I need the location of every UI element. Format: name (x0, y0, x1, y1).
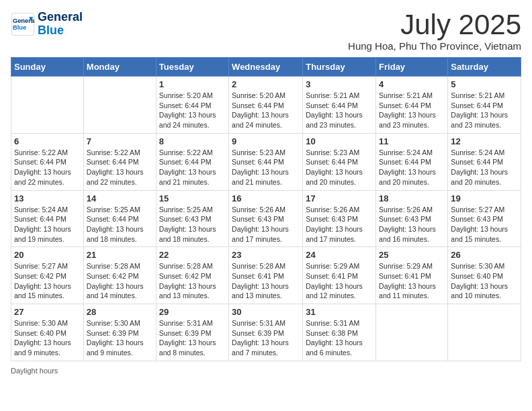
weekday-header-monday: Monday (83, 58, 156, 77)
day-number: 24 (306, 250, 373, 260)
calendar-cell: 5Sunrise: 5:21 AM Sunset: 6:44 PM Daylig… (448, 77, 521, 134)
calendar-cell: 15Sunrise: 5:25 AM Sunset: 6:43 PM Dayli… (156, 190, 228, 247)
day-number: 9 (232, 136, 300, 146)
calendar-week-row: 13Sunrise: 5:24 AM Sunset: 6:44 PM Dayli… (11, 190, 521, 247)
day-info: Sunrise: 5:29 AM Sunset: 6:41 PM Dayligh… (379, 261, 445, 301)
day-info: Sunrise: 5:21 AM Sunset: 6:44 PM Dayligh… (379, 91, 445, 130)
calendar-cell: 18Sunrise: 5:26 AM Sunset: 6:43 PM Dayli… (376, 190, 448, 247)
day-number: 15 (159, 193, 226, 203)
day-info: Sunrise: 5:22 AM Sunset: 6:44 PM Dayligh… (159, 148, 226, 187)
day-info: Sunrise: 5:20 AM Sunset: 6:44 PM Dayligh… (232, 91, 300, 130)
calendar-cell: 1Sunrise: 5:20 AM Sunset: 6:44 PM Daylig… (156, 77, 228, 134)
day-info: Sunrise: 5:22 AM Sunset: 6:44 PM Dayligh… (87, 148, 153, 187)
location-title: Hung Hoa, Phu Tho Province, Vietnam (348, 40, 521, 52)
svg-text:Blue: Blue (13, 24, 26, 31)
weekday-header-row: SundayMondayTuesdayWednesdayThursdayFrid… (11, 58, 521, 77)
day-number: 2 (232, 79, 300, 89)
day-info: Sunrise: 5:28 AM Sunset: 6:42 PM Dayligh… (87, 261, 153, 301)
day-number: 22 (159, 250, 226, 260)
calendar-cell: 29Sunrise: 5:31 AM Sunset: 6:39 PM Dayli… (156, 304, 228, 361)
day-number: 1 (159, 79, 226, 89)
day-number: 6 (14, 136, 81, 146)
day-number: 19 (451, 193, 518, 203)
day-number: 14 (87, 193, 153, 203)
weekday-header-sunday: Sunday (11, 58, 84, 77)
logo-text: General Blue (38, 11, 83, 38)
calendar-cell: 23Sunrise: 5:28 AM Sunset: 6:41 PM Dayli… (229, 247, 303, 304)
logo-icon: General Blue (11, 12, 35, 36)
calendar-cell: 21Sunrise: 5:28 AM Sunset: 6:42 PM Dayli… (83, 247, 156, 304)
day-number: 27 (14, 307, 81, 317)
day-info: Sunrise: 5:30 AM Sunset: 6:39 PM Dayligh… (87, 318, 153, 358)
calendar-cell: 30Sunrise: 5:31 AM Sunset: 6:39 PM Dayli… (229, 304, 303, 361)
day-number: 16 (232, 193, 300, 203)
calendar-cell: 14Sunrise: 5:25 AM Sunset: 6:44 PM Dayli… (83, 190, 156, 247)
calendar-week-row: 27Sunrise: 5:30 AM Sunset: 6:40 PM Dayli… (11, 304, 521, 361)
day-number: 10 (306, 136, 373, 146)
calendar-cell: 22Sunrise: 5:28 AM Sunset: 6:42 PM Dayli… (156, 247, 228, 304)
calendar-cell: 24Sunrise: 5:29 AM Sunset: 6:41 PM Dayli… (303, 247, 376, 304)
calendar-cell (11, 77, 84, 134)
day-info: Sunrise: 5:26 AM Sunset: 6:43 PM Dayligh… (306, 205, 373, 244)
calendar-cell (376, 304, 448, 361)
calendar-cell: 8Sunrise: 5:22 AM Sunset: 6:44 PM Daylig… (156, 133, 228, 190)
title-area: July 2025 Hung Hoa, Phu Tho Province, Vi… (348, 11, 521, 52)
day-number: 30 (232, 307, 300, 317)
calendar-cell: 12Sunrise: 5:24 AM Sunset: 6:44 PM Dayli… (448, 133, 521, 190)
calendar-week-row: 20Sunrise: 5:27 AM Sunset: 6:42 PM Dayli… (11, 247, 521, 304)
calendar-cell: 25Sunrise: 5:29 AM Sunset: 6:41 PM Dayli… (376, 247, 448, 304)
day-number: 18 (379, 193, 445, 203)
calendar-cell: 19Sunrise: 5:27 AM Sunset: 6:43 PM Dayli… (448, 190, 521, 247)
day-info: Sunrise: 5:22 AM Sunset: 6:44 PM Dayligh… (14, 148, 81, 187)
day-info: Sunrise: 5:26 AM Sunset: 6:43 PM Dayligh… (379, 205, 445, 244)
day-number: 31 (306, 307, 373, 317)
day-number: 26 (451, 250, 518, 260)
calendar-cell: 16Sunrise: 5:26 AM Sunset: 6:43 PM Dayli… (229, 190, 303, 247)
day-info: Sunrise: 5:28 AM Sunset: 6:41 PM Dayligh… (232, 261, 300, 301)
day-number: 25 (379, 250, 445, 260)
calendar-cell: 31Sunrise: 5:31 AM Sunset: 6:38 PM Dayli… (303, 304, 376, 361)
calendar-cell (83, 77, 156, 134)
calendar-cell: 17Sunrise: 5:26 AM Sunset: 6:43 PM Dayli… (303, 190, 376, 247)
day-info: Sunrise: 5:31 AM Sunset: 6:39 PM Dayligh… (232, 318, 300, 358)
calendar-cell: 9Sunrise: 5:23 AM Sunset: 6:44 PM Daylig… (229, 133, 303, 190)
weekday-header-saturday: Saturday (448, 58, 521, 77)
day-info: Sunrise: 5:27 AM Sunset: 6:42 PM Dayligh… (14, 261, 81, 301)
calendar-cell: 6Sunrise: 5:22 AM Sunset: 6:44 PM Daylig… (11, 133, 84, 190)
day-number: 29 (159, 307, 226, 317)
day-info: Sunrise: 5:23 AM Sunset: 6:44 PM Dayligh… (232, 148, 300, 187)
logo: General Blue General Blue (11, 11, 83, 38)
weekday-header-friday: Friday (376, 58, 448, 77)
day-info: Sunrise: 5:20 AM Sunset: 6:44 PM Dayligh… (159, 91, 226, 130)
day-info: Sunrise: 5:21 AM Sunset: 6:44 PM Dayligh… (451, 91, 518, 130)
calendar-cell: 10Sunrise: 5:23 AM Sunset: 6:44 PM Dayli… (303, 133, 376, 190)
day-info: Sunrise: 5:30 AM Sunset: 6:40 PM Dayligh… (451, 261, 518, 301)
day-info: Sunrise: 5:31 AM Sunset: 6:39 PM Dayligh… (159, 318, 226, 358)
calendar-cell: 11Sunrise: 5:24 AM Sunset: 6:44 PM Dayli… (376, 133, 448, 190)
calendar-cell (448, 304, 521, 361)
calendar-cell: 28Sunrise: 5:30 AM Sunset: 6:39 PM Dayli… (83, 304, 156, 361)
calendar-cell: 7Sunrise: 5:22 AM Sunset: 6:44 PM Daylig… (83, 133, 156, 190)
day-number: 4 (379, 79, 445, 89)
day-info: Sunrise: 5:27 AM Sunset: 6:43 PM Dayligh… (451, 205, 518, 244)
calendar-cell: 3Sunrise: 5:21 AM Sunset: 6:44 PM Daylig… (303, 77, 376, 134)
weekday-header-wednesday: Wednesday (229, 58, 303, 77)
day-number: 20 (14, 250, 81, 260)
daylight-hours-label: Daylight hours (11, 367, 58, 375)
day-info: Sunrise: 5:23 AM Sunset: 6:44 PM Dayligh… (306, 148, 373, 187)
day-info: Sunrise: 5:29 AM Sunset: 6:41 PM Dayligh… (306, 261, 373, 301)
day-number: 21 (87, 250, 153, 260)
weekday-header-tuesday: Tuesday (156, 58, 228, 77)
footer-note: Daylight hours (11, 367, 521, 375)
day-number: 7 (87, 136, 153, 146)
day-info: Sunrise: 5:24 AM Sunset: 6:44 PM Dayligh… (14, 205, 81, 244)
day-number: 28 (87, 307, 153, 317)
day-number: 3 (306, 79, 373, 89)
logo-general: General (38, 10, 83, 24)
day-number: 11 (379, 136, 445, 146)
month-title: July 2025 (348, 11, 521, 39)
day-number: 5 (451, 79, 518, 89)
day-info: Sunrise: 5:31 AM Sunset: 6:38 PM Dayligh… (306, 318, 373, 358)
calendar-cell: 4Sunrise: 5:21 AM Sunset: 6:44 PM Daylig… (376, 77, 448, 134)
calendar-cell: 27Sunrise: 5:30 AM Sunset: 6:40 PM Dayli… (11, 304, 84, 361)
